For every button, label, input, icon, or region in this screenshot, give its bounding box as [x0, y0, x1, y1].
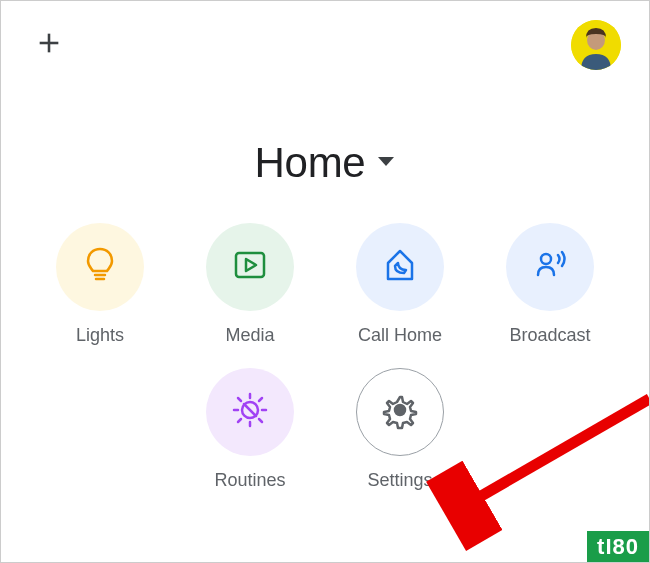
bulb-icon	[80, 245, 120, 289]
home-selector[interactable]: Home	[1, 139, 649, 187]
svg-point-18	[395, 405, 405, 415]
broadcast-icon-circle	[506, 223, 594, 311]
svg-line-15	[259, 419, 262, 422]
tile-lights[interactable]: Lights	[25, 223, 175, 346]
play-icon	[230, 245, 270, 289]
tile-label: Call Home	[358, 325, 442, 346]
svg-rect-6	[236, 253, 264, 277]
tile-label: Settings	[367, 470, 432, 491]
lights-icon-circle	[56, 223, 144, 311]
chevron-down-icon	[377, 154, 395, 172]
tile-media[interactable]: Media	[175, 223, 325, 346]
watermark: tI80	[587, 531, 649, 562]
tile-broadcast[interactable]: Broadcast	[475, 223, 625, 346]
tile-label: Broadcast	[509, 325, 590, 346]
tile-settings[interactable]: Settings	[325, 368, 475, 491]
plus-icon	[35, 29, 63, 61]
svg-line-9	[244, 404, 256, 416]
media-icon-circle	[206, 223, 294, 311]
callhome-icon-circle	[356, 223, 444, 311]
broadcast-icon	[530, 245, 570, 289]
gear-icon	[380, 390, 420, 434]
tile-label: Media	[225, 325, 274, 346]
tile-call-home[interactable]: Call Home	[325, 223, 475, 346]
svg-line-14	[238, 398, 241, 401]
svg-line-17	[259, 398, 262, 401]
avatar[interactable]	[571, 20, 621, 70]
routine-icon	[230, 390, 270, 434]
tile-label: Routines	[214, 470, 285, 491]
settings-icon-circle	[356, 368, 444, 456]
page-title: Home	[255, 139, 366, 187]
add-button[interactable]	[29, 25, 69, 65]
tile-routines[interactable]: Routines	[175, 368, 325, 491]
tile-label: Lights	[76, 325, 124, 346]
svg-line-16	[238, 419, 241, 422]
svg-point-7	[541, 254, 551, 264]
routines-icon-circle	[206, 368, 294, 456]
call-home-icon	[380, 245, 420, 289]
header	[1, 1, 649, 71]
tiles-grid: Lights Media Call Home	[1, 223, 649, 491]
